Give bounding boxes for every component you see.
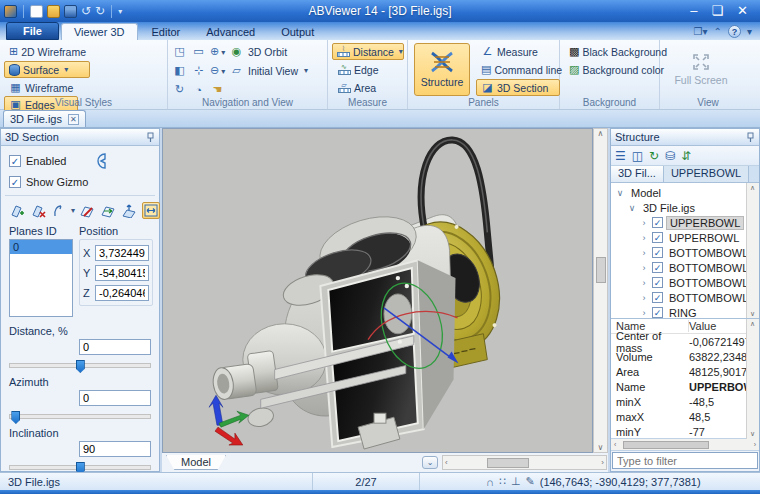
background-color-button[interactable]: ▨ Background color: [564, 61, 656, 78]
horizontal-scroll-thumb[interactable]: [487, 458, 529, 468]
help-menu-icon[interactable]: ▾: [747, 26, 752, 37]
zoom-out-icon[interactable]: ⊖▾: [210, 64, 225, 77]
collapse-icon[interactable]: ∨: [627, 203, 637, 213]
tab-file[interactable]: File: [6, 22, 59, 40]
copy-view-icon[interactable]: ◧: [172, 64, 187, 77]
show-gizmo-checkbox-row[interactable]: ✓ Show Gizmo: [9, 176, 159, 188]
minimize-button[interactable]: –: [690, 0, 697, 22]
columns-view-icon[interactable]: ◫: [632, 149, 643, 163]
prop-col-value[interactable]: Value: [689, 320, 746, 332]
pin-icon[interactable]: [146, 132, 155, 143]
list-view-icon[interactable]: ☰: [615, 149, 626, 163]
property-row[interactable]: Name UPPERBOWL: [611, 379, 746, 394]
3d-orbit-button[interactable]: 3D Orbit: [248, 46, 287, 58]
section-tools-dropdown-icon[interactable]: ▾: [71, 206, 75, 215]
collapse-icon[interactable]: ∨: [615, 188, 625, 198]
expand-icon[interactable]: ›: [639, 308, 649, 318]
visibility-checkbox[interactable]: ✓: [652, 292, 663, 303]
save-file-icon[interactable]: [64, 5, 77, 18]
plane-item-0[interactable]: 0: [10, 240, 72, 254]
structure-tab-upperbowl[interactable]: UPPERBOWL: [664, 166, 749, 182]
help-icon[interactable]: ?: [728, 25, 741, 38]
surface-dropdown-icon[interactable]: ▾: [64, 65, 68, 74]
expand-icon[interactable]: ›: [639, 248, 649, 258]
measure-panel-button[interactable]: ∠ Measure: [476, 43, 560, 60]
command-line-button[interactable]: ▤ Command line: [476, 61, 560, 78]
structure-filter-input[interactable]: [612, 452, 758, 469]
tree-node-part[interactable]: › ✓ RING_: [611, 305, 759, 319]
visibility-checkbox[interactable]: ✓: [652, 232, 663, 243]
expand-icon[interactable]: ›: [639, 233, 649, 243]
initial-view-button[interactable]: Initial View: [248, 65, 298, 77]
qat-customize-icon[interactable]: ▾: [118, 5, 122, 18]
distance-dropdown-icon[interactable]: ▾: [399, 47, 403, 56]
expand-icon[interactable]: ›: [639, 278, 649, 288]
scroll-right-icon[interactable]: ›: [601, 458, 604, 467]
scroll-up-icon[interactable]: ∧: [598, 129, 604, 138]
position-z-input[interactable]: [95, 285, 149, 301]
visibility-checkbox[interactable]: ✓: [652, 307, 663, 318]
properties-scrollbar[interactable]: ∧ ∨: [746, 319, 759, 439]
tab-viewer-3d[interactable]: Viewer 3D: [61, 23, 138, 40]
move-section-plane-icon[interactable]: [121, 203, 138, 219]
property-row[interactable]: Center of mass -0,0672149757: [611, 334, 746, 349]
area-button[interactable]: ▱ Area: [332, 79, 404, 96]
refresh-icon[interactable]: ↻: [649, 149, 659, 163]
tab-output[interactable]: Output: [269, 24, 326, 40]
property-row[interactable]: maxX 48,5: [611, 409, 746, 424]
wireframe-button[interactable]: ▦ Wireframe: [4, 79, 90, 96]
scroll-right-icon[interactable]: ›: [754, 441, 756, 448]
delete-section-plane-icon[interactable]: [30, 203, 47, 219]
draw-mode-icon[interactable]: ✎: [526, 475, 535, 488]
grid-snap-icon[interactable]: ∷: [499, 475, 506, 488]
inclination-input[interactable]: [79, 441, 151, 457]
tree-node-model[interactable]: ∨ Model: [611, 185, 759, 200]
close-button[interactable]: ✕: [737, 0, 748, 22]
add-section-plane-icon[interactable]: [9, 203, 26, 219]
distance-input[interactable]: [79, 339, 151, 355]
align-section-plane-icon[interactable]: [100, 203, 117, 219]
model-space-tab[interactable]: Model: [166, 455, 226, 470]
property-row[interactable]: Area 48125,9017897: [611, 364, 746, 379]
3d-section-button[interactable]: ◪ 3D Section: [476, 79, 560, 96]
previous-view-icon[interactable]: ◔: [191, 84, 206, 96]
expand-icon[interactable]: ›: [639, 263, 649, 273]
tree-node-file[interactable]: ∨ 3D File.igs: [611, 200, 759, 215]
tree-node-part[interactable]: › ✓ BOTTOMBOWL: [611, 275, 759, 290]
expand-icon[interactable]: ›: [639, 218, 649, 228]
export-structure-icon[interactable]: ⇵: [681, 149, 691, 163]
pan-hand-icon[interactable]: ☚: [210, 83, 225, 96]
tab-editor[interactable]: Editor: [140, 24, 193, 40]
properties-horizontal-scrollbar[interactable]: ‹ ›: [611, 439, 759, 451]
planes-id-list[interactable]: 0: [9, 239, 73, 317]
zoom-window-icon[interactable]: ▭: [191, 45, 206, 58]
enabled-checkbox[interactable]: ✓: [9, 155, 21, 167]
enabled-checkbox-row[interactable]: ✓ Enabled: [9, 153, 159, 169]
property-row[interactable]: minX -48,5: [611, 394, 746, 409]
distance-button[interactable]: ⌇ Distance ▾: [332, 43, 404, 60]
expand-icon[interactable]: ›: [639, 293, 649, 303]
tree-node-part[interactable]: › ✓ UPPERBOWL: [611, 215, 759, 230]
2d-wireframe-button[interactable]: ⊞ 2D Wireframe: [4, 43, 90, 60]
undo-icon[interactable]: ↺: [81, 5, 91, 18]
3d-model-canvas[interactable]: [162, 128, 593, 453]
property-row[interactable]: minY -77: [611, 424, 746, 439]
flip-section-plane-icon[interactable]: [51, 203, 65, 219]
document-tab[interactable]: 3D File.igs ✕: [3, 110, 86, 127]
surface-button[interactable]: Surface ▾: [4, 61, 90, 78]
structure-tab-file[interactable]: 3D Fil...: [611, 166, 664, 182]
show-gizmo-checkbox[interactable]: ✓: [9, 176, 21, 188]
visibility-checkbox[interactable]: ✓: [652, 247, 663, 258]
minimize-ribbon-icon[interactable]: ⌃: [714, 26, 722, 37]
scroll-up-icon[interactable]: ∧: [750, 184, 755, 192]
position-y-input[interactable]: [95, 265, 149, 281]
tree-node-part[interactable]: › ✓ BOTTOMBOWL: [611, 245, 759, 260]
vertical-scroll-thumb[interactable]: [596, 257, 606, 283]
zoom-in-icon[interactable]: ⊕▾: [210, 45, 225, 58]
initial-view-dropdown-icon[interactable]: ▾: [304, 66, 308, 75]
black-background-button[interactable]: ▩ Black Background: [564, 43, 656, 60]
scroll-down-icon[interactable]: ∨: [750, 310, 755, 318]
save-structure-icon[interactable]: ⛁: [665, 149, 675, 163]
azimuth-slider[interactable]: [9, 414, 151, 419]
azimuth-input[interactable]: [79, 390, 151, 406]
